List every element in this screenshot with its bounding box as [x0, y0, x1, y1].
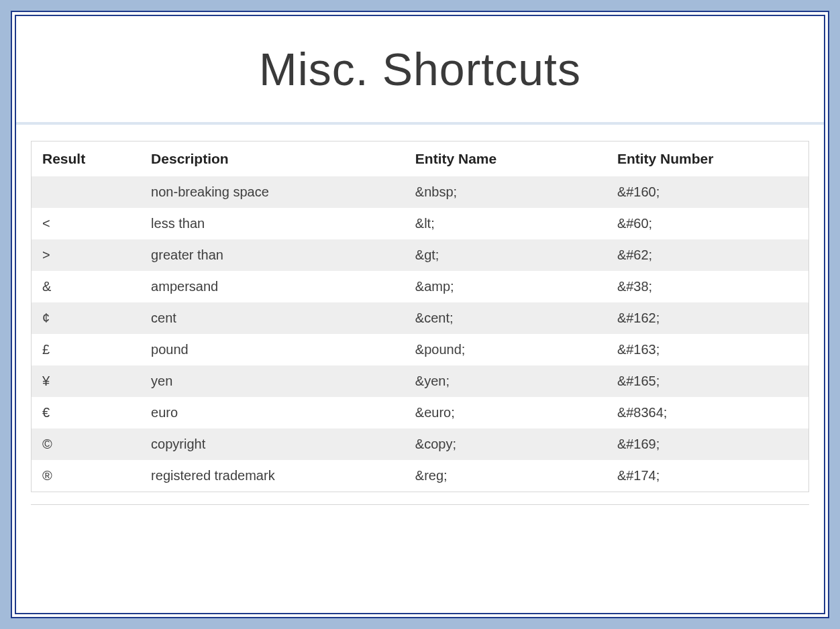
entity-table: Result Description Entity Name Entity Nu… — [32, 141, 808, 492]
slide-outer-frame: Misc. Shortcuts Result Description Entit… — [11, 11, 829, 618]
cell-result: < — [32, 208, 140, 239]
cell-entity-number: &#60; — [607, 208, 808, 239]
header-entity-number: Entity Number — [607, 141, 808, 176]
table-row: non-breaking space &nbsp; &#160; — [32, 176, 808, 208]
cell-entity-number: &#165; — [607, 365, 808, 397]
title-section: Misc. Shortcuts — [16, 16, 824, 125]
table-row: > greater than &gt; &#62; — [32, 239, 808, 271]
cell-description: registered trademark — [140, 460, 405, 492]
cell-entity-name: &copy; — [405, 428, 607, 460]
cell-description: copyright — [140, 428, 405, 460]
cell-description: ampersand — [140, 271, 405, 302]
cell-entity-name: &gt; — [405, 239, 607, 271]
table-row: © copyright &copy; &#169; — [32, 428, 808, 460]
cell-description: yen — [140, 365, 405, 397]
cell-entity-number: &#169; — [607, 428, 808, 460]
cell-entity-name: &yen; — [405, 365, 607, 397]
entity-table-container: Result Description Entity Name Entity Nu… — [31, 141, 809, 492]
cell-entity-name: &pound; — [405, 334, 607, 365]
cell-description: non-breaking space — [140, 176, 405, 208]
cell-entity-name: &reg; — [405, 460, 607, 492]
table-row: ® registered trademark &reg; &#174; — [32, 460, 808, 492]
cell-entity-number: &#38; — [607, 271, 808, 302]
cell-result: ¥ — [32, 365, 140, 397]
cell-result — [32, 176, 140, 208]
cell-entity-number: &#174; — [607, 460, 808, 492]
cell-description: euro — [140, 397, 405, 428]
header-entity-name: Entity Name — [405, 141, 607, 176]
cell-entity-name: &lt; — [405, 208, 607, 239]
cell-description: cent — [140, 302, 405, 334]
cell-entity-number: &#163; — [607, 334, 808, 365]
header-description: Description — [140, 141, 405, 176]
table-row: € euro &euro; &#8364; — [32, 397, 808, 428]
table-header-row: Result Description Entity Name Entity Nu… — [32, 141, 808, 176]
cell-entity-number: &#8364; — [607, 397, 808, 428]
cell-entity-number: &#162; — [607, 302, 808, 334]
slide-title: Misc. Shortcuts — [30, 43, 810, 95]
cell-entity-number: &#160; — [607, 176, 808, 208]
cell-result: © — [32, 428, 140, 460]
cell-result: £ — [32, 334, 140, 365]
header-result: Result — [32, 141, 140, 176]
bottom-divider — [31, 504, 809, 523]
cell-entity-number: &#62; — [607, 239, 808, 271]
slide-inner-frame: Misc. Shortcuts Result Description Entit… — [15, 15, 825, 614]
cell-result: ® — [32, 460, 140, 492]
cell-entity-name: &euro; — [405, 397, 607, 428]
cell-result: € — [32, 397, 140, 428]
cell-entity-name: &cent; — [405, 302, 607, 334]
table-row: < less than &lt; &#60; — [32, 208, 808, 239]
cell-entity-name: &nbsp; — [405, 176, 607, 208]
cell-description: less than — [140, 208, 405, 239]
table-row: £ pound &pound; &#163; — [32, 334, 808, 365]
cell-entity-name: &amp; — [405, 271, 607, 302]
cell-description: pound — [140, 334, 405, 365]
cell-result: ¢ — [32, 302, 140, 334]
table-row: ¥ yen &yen; &#165; — [32, 365, 808, 397]
cell-result: > — [32, 239, 140, 271]
cell-description: greater than — [140, 239, 405, 271]
cell-result: & — [32, 271, 140, 302]
content-section: Result Description Entity Name Entity Nu… — [16, 125, 824, 613]
table-row: & ampersand &amp; &#38; — [32, 271, 808, 302]
table-row: ¢ cent &cent; &#162; — [32, 302, 808, 334]
